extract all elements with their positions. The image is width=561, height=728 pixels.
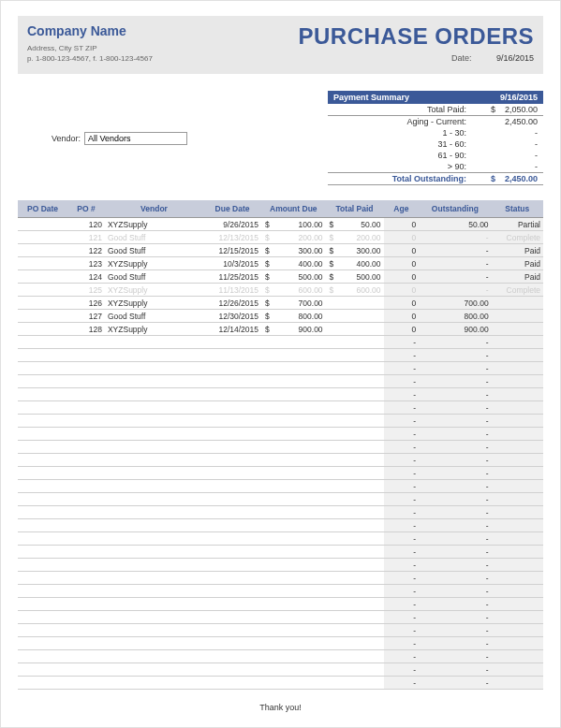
header-band: Company Name Address, City ST ZIP p. 1-8… bbox=[18, 16, 543, 74]
vendor-filter: Vendor: bbox=[52, 91, 187, 185]
table-row-blank: -- bbox=[18, 467, 543, 480]
table-row-blank: -- bbox=[18, 677, 543, 690]
summary-total-paid-label: Total Paid: bbox=[330, 105, 474, 114]
col-header-out: Outstanding bbox=[419, 200, 491, 218]
table-row-blank: -- bbox=[18, 519, 543, 532]
vendor-input[interactable] bbox=[84, 132, 187, 145]
currency-symbol: $ bbox=[491, 105, 495, 114]
col-header-status: Status bbox=[492, 200, 543, 218]
table-row: 120XYZSupply9/26/2015$100.00$50.00050.00… bbox=[18, 218, 543, 231]
summary-age-1-30-label: 1 - 30: bbox=[330, 128, 474, 138]
table-row-blank: -- bbox=[18, 375, 543, 388]
table-row: 128XYZSupply12/14/2015$900.000900.00 bbox=[18, 323, 543, 336]
summary-age-61-90-label: 61 - 90: bbox=[330, 151, 474, 160]
table-row: 126XYZSupply12/26/2015$700.000700.00 bbox=[18, 297, 543, 310]
table-row-blank: -- bbox=[18, 585, 543, 598]
summary-age-1-30: 1 - 30: - bbox=[328, 127, 543, 138]
page: Company Name Address, City ST ZIP p. 1-8… bbox=[0, 0, 561, 728]
summary-total-outstanding-label: Total Outstanding: bbox=[330, 174, 474, 183]
col-header-age: Age bbox=[384, 200, 420, 218]
table-row-blank: -- bbox=[18, 506, 543, 519]
table-row: 127Good Stuff12/30/2015$800.000800.00 bbox=[18, 310, 543, 323]
col-header-vendor: Vendor bbox=[105, 200, 203, 218]
table-row-blank: -- bbox=[18, 441, 543, 454]
table-row-blank: -- bbox=[18, 388, 543, 401]
table-row-blank: -- bbox=[18, 532, 543, 546]
summary-total-paid-value: 2,050.00 bbox=[505, 105, 538, 114]
table-row-blank: -- bbox=[18, 493, 543, 506]
summary-total-outstanding-value: 2,450.00 bbox=[505, 174, 538, 183]
table-row-blank: -- bbox=[18, 454, 543, 467]
summary-age-61-90: 61 - 90: - bbox=[328, 150, 543, 161]
summary-aging-current: Aging - Current: 2,450.00 bbox=[328, 115, 543, 127]
summary-header: Payment Summary 9/16/2015 bbox=[328, 91, 543, 104]
po-table: PO Date PO # Vendor Due Date Amount Due … bbox=[18, 200, 543, 690]
table-body: 120XYZSupply9/26/2015$100.00$50.00050.00… bbox=[18, 218, 543, 690]
summary-total-outstanding: Total Outstanding: $ 2,450.00 bbox=[328, 172, 543, 185]
summary-age-gt90-label: > 90: bbox=[330, 162, 474, 171]
table-row-blank: -- bbox=[18, 336, 543, 349]
table-row-blank: -- bbox=[18, 362, 543, 375]
company-block: Company Name Address, City ST ZIP p. 1-8… bbox=[27, 23, 153, 65]
table-row-blank: -- bbox=[18, 559, 543, 572]
date-label: Date: bbox=[451, 53, 472, 63]
table-row-blank: -- bbox=[18, 572, 543, 585]
summary-header-date: 9/16/2015 bbox=[500, 93, 538, 102]
summary-age-61-90-value: - bbox=[474, 151, 538, 160]
table-row-blank: -- bbox=[18, 349, 543, 362]
table-row-blank: -- bbox=[18, 624, 543, 637]
table-row: 121Good Stuff12/13/2015$200.00$200.000-C… bbox=[18, 231, 543, 244]
summary-age-31-60-label: 31 - 60: bbox=[330, 139, 474, 149]
table-row-blank: -- bbox=[18, 611, 543, 624]
table-row-blank: -- bbox=[18, 637, 543, 650]
company-address: Address, City ST ZIP bbox=[27, 44, 153, 52]
date-value: 9/16/2015 bbox=[496, 53, 534, 63]
summary-age-1-30-value: - bbox=[474, 128, 538, 138]
col-header-due: Due Date bbox=[203, 200, 261, 218]
col-header-podate: PO Date bbox=[18, 200, 67, 218]
company-name: Company Name bbox=[27, 23, 153, 38]
table-row-blank: -- bbox=[18, 598, 543, 611]
footer-thank: Thank you! bbox=[18, 703, 543, 712]
col-header-paid: Total Paid bbox=[326, 200, 384, 218]
summary-header-label: Payment Summary bbox=[333, 93, 409, 102]
document-date: Date: 9/16/2015 bbox=[298, 53, 534, 63]
summary-aging-current-label: Aging - Current: bbox=[330, 117, 474, 126]
title-block: PURCHASE ORDERS Date: 9/16/2015 bbox=[298, 23, 534, 63]
summary-aging-current-value: 2,450.00 bbox=[474, 117, 538, 126]
summary-total-paid: Total Paid: $ 2,050.00 bbox=[328, 104, 543, 115]
table-row-blank: -- bbox=[18, 401, 543, 415]
table-row-blank: -- bbox=[18, 480, 543, 493]
col-header-amt: Amount Due bbox=[261, 200, 326, 218]
vendor-label: Vendor: bbox=[52, 134, 81, 143]
payment-summary: Payment Summary 9/16/2015 Total Paid: $ … bbox=[328, 91, 543, 185]
table-row: 122Good Stuff12/15/2015$300.00$300.000-P… bbox=[18, 244, 543, 257]
summary-age-31-60: 31 - 60: - bbox=[328, 138, 543, 150]
summary-age-gt90: > 90: - bbox=[328, 161, 543, 172]
company-phones: p. 1-800-123-4567, f. 1-800-123-4567 bbox=[27, 54, 153, 63]
table-row: 125XYZSupply11/13/2015$600.00$600.000-Co… bbox=[18, 284, 543, 297]
top-row: Vendor: Payment Summary 9/16/2015 Total … bbox=[18, 91, 543, 185]
table-header-row: PO Date PO # Vendor Due Date Amount Due … bbox=[18, 200, 543, 218]
page-title: PURCHASE ORDERS bbox=[298, 23, 534, 50]
table-row-blank: -- bbox=[18, 546, 543, 559]
summary-age-31-60-value: - bbox=[474, 139, 538, 149]
table-row-blank: -- bbox=[18, 650, 543, 663]
col-header-po: PO # bbox=[67, 200, 105, 218]
table-row: 124Good Stuff11/25/2015$500.00$500.000-P… bbox=[18, 270, 543, 284]
currency-symbol: $ bbox=[491, 174, 495, 183]
summary-age-gt90-value: - bbox=[474, 162, 538, 171]
table-row: 123XYZSupply10/3/2015$400.00$400.000-Pai… bbox=[18, 257, 543, 270]
table-row-blank: -- bbox=[18, 415, 543, 428]
table-row-blank: -- bbox=[18, 663, 543, 677]
table-row-blank: -- bbox=[18, 428, 543, 441]
